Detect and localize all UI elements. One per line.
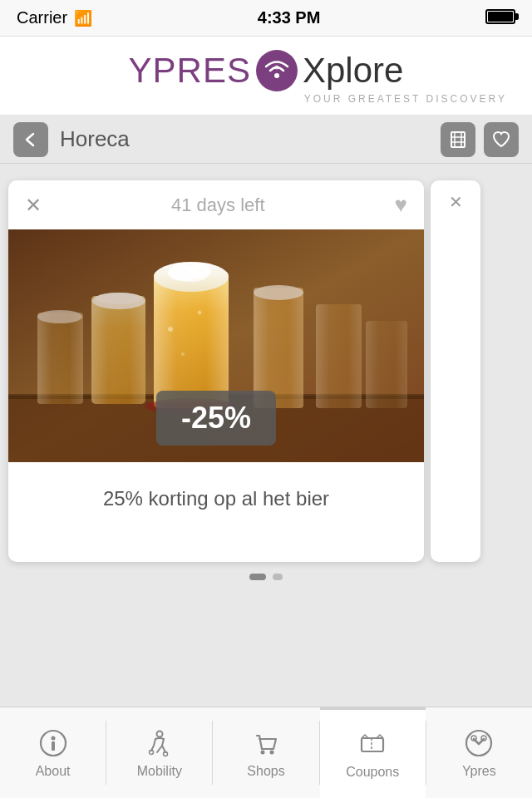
svg-point-32 xyxy=(51,736,55,740)
nav-left: Horeca xyxy=(13,122,130,157)
svg-point-34 xyxy=(156,731,162,736)
svg-rect-26 xyxy=(316,304,362,408)
tab-bar: About Mobility Shops xyxy=(0,707,532,798)
svg-point-24 xyxy=(254,285,303,300)
battery-icon xyxy=(485,9,515,27)
nav-title: Horeca xyxy=(60,126,130,152)
heart-nav-icon xyxy=(490,129,512,150)
card-wrapper: ✕ 41 days left ♥ xyxy=(8,180,524,562)
tagline: YOUR GREATEST DISCOVERY xyxy=(17,93,515,105)
card-close-button[interactable]: ✕ xyxy=(25,194,42,217)
ypres-icon xyxy=(463,727,495,759)
tab-mobility-label: Mobility xyxy=(137,764,182,779)
map-icon xyxy=(447,129,469,150)
svg-point-37 xyxy=(261,750,265,754)
svg-rect-10 xyxy=(91,296,145,404)
svg-rect-39 xyxy=(362,738,383,751)
svg-rect-28 xyxy=(366,321,407,408)
logo-xplore-text: Xplore xyxy=(303,51,403,91)
svg-point-20 xyxy=(181,352,185,356)
tab-about[interactable]: About xyxy=(0,707,106,798)
back-button[interactable] xyxy=(13,122,48,157)
map-button[interactable] xyxy=(441,122,475,157)
tab-coupons-label: Coupons xyxy=(346,765,399,780)
mobility-icon xyxy=(144,727,175,759)
nav-bar: Horeca xyxy=(0,116,532,164)
deal-card: ✕ 41 days left ♥ xyxy=(8,180,424,562)
svg-point-8 xyxy=(37,310,82,323)
tab-coupons[interactable]: Coupons xyxy=(320,707,426,798)
svg-point-1 xyxy=(274,66,278,70)
discount-text: -25% xyxy=(181,401,251,435)
about-icon xyxy=(37,727,69,759)
days-left-label: 41 days left xyxy=(171,195,265,216)
tab-ypres-label: Ypres xyxy=(462,764,496,779)
scroll-indicator xyxy=(8,574,524,580)
logo: YPRES Xplore xyxy=(17,50,515,91)
svg-rect-33 xyxy=(52,741,55,751)
nav-right xyxy=(441,122,519,157)
scroll-dot-2 xyxy=(273,574,283,580)
app-header: YPRES Xplore YOUR GREATEST DISCOVERY xyxy=(0,37,532,116)
tab-shops[interactable]: Shops xyxy=(213,707,318,798)
card-favorite-button[interactable]: ♥ xyxy=(395,192,407,218)
tab-ypres[interactable]: Ypres xyxy=(426,707,532,798)
main-content: ✕ 41 days left ♥ xyxy=(0,164,532,709)
card-description: 25% korting op al het bier xyxy=(8,462,424,562)
logo-icon xyxy=(256,50,298,91)
svg-point-0 xyxy=(274,73,279,78)
svg-point-38 xyxy=(270,750,274,754)
carrier-text: Carrier xyxy=(17,8,67,27)
tab-about-label: About xyxy=(36,764,71,779)
discount-badge: -25% xyxy=(156,391,276,446)
back-arrow-icon xyxy=(22,131,40,149)
favorites-button[interactable] xyxy=(484,122,519,157)
scroll-dot-1 xyxy=(249,574,266,580)
status-bar: Carrier 📶 4:33 PM xyxy=(0,0,532,37)
card-header: ✕ 41 days left ♥ xyxy=(8,180,424,229)
carrier-label: Carrier 📶 xyxy=(17,8,92,27)
next-card-preview: ✕ xyxy=(431,180,480,562)
time-label: 4:33 PM xyxy=(258,8,321,27)
card-description-text: 25% korting op al het bier xyxy=(25,487,407,510)
tab-shops-label: Shops xyxy=(247,764,284,779)
logo-wifi-icon xyxy=(262,56,292,86)
wifi-icon: 📶 xyxy=(74,9,92,27)
svg-rect-2 xyxy=(451,132,465,147)
partial-card-header: ✕ xyxy=(431,180,480,224)
tab-mobility[interactable]: Mobility xyxy=(106,707,212,798)
coupons-icon xyxy=(357,728,388,760)
svg-point-19 xyxy=(168,327,173,332)
partial-close-icon: ✕ xyxy=(449,192,463,212)
svg-point-21 xyxy=(198,311,202,315)
svg-point-18 xyxy=(175,268,208,282)
svg-point-36 xyxy=(149,750,153,754)
logo-ypres-text: YPRES xyxy=(129,51,251,91)
svg-rect-7 xyxy=(37,313,83,404)
shops-icon xyxy=(250,727,282,759)
svg-point-12 xyxy=(96,293,142,304)
svg-point-35 xyxy=(163,751,167,756)
card-image: -25% xyxy=(8,229,424,462)
